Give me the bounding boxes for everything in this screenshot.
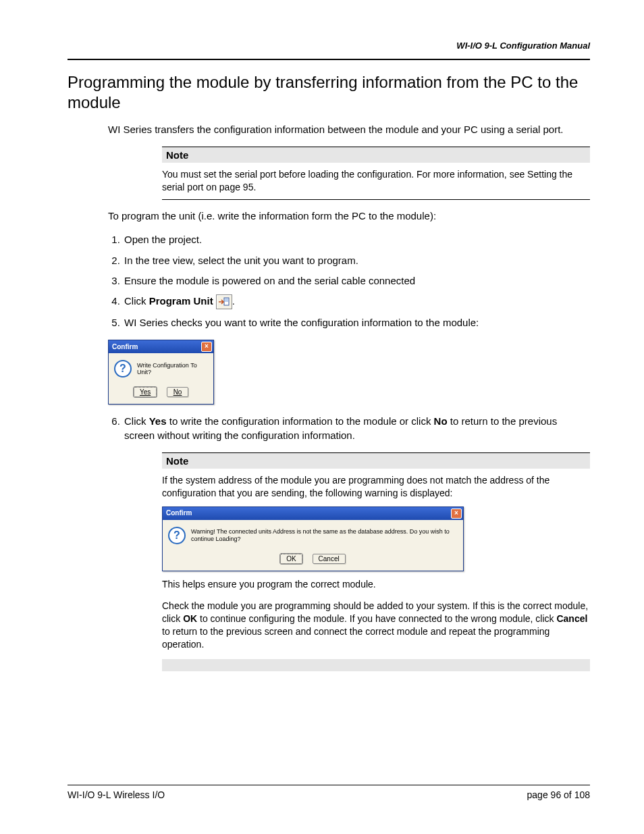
confirm-dialog-2: Confirm × ? Warning! The connected units… <box>162 506 464 571</box>
ok-button[interactable]: OK <box>280 554 302 564</box>
step-3: Ensure the module is powered on and the … <box>123 274 590 288</box>
step-6-a: Click <box>124 415 149 427</box>
step-2: In the tree view, select the unit you wa… <box>123 254 590 267</box>
note-label: Note <box>162 147 590 163</box>
document-page: WI-I/O 9-L Configuration Manual Programm… <box>0 0 644 834</box>
step-4-prefix: Click <box>124 295 149 307</box>
note2-p3-c: to return to the previous screen and con… <box>162 626 549 650</box>
step-1: Open the project. <box>123 233 590 246</box>
dialog-message: Write Configuration To Unit? <box>137 362 208 377</box>
note-footer-bar <box>162 659 590 671</box>
step-4: Click Program Unit . <box>123 294 590 309</box>
step-6-yes: Yes <box>149 415 167 427</box>
header-manual-title: WI-I/O 9-L Configuration Manual <box>68 41 590 51</box>
dialog-buttons: OK Cancel <box>163 551 463 571</box>
note-block-1: Note You must set the serial port before… <box>162 147 590 200</box>
step-6-b: to write the configuration information t… <box>167 415 434 427</box>
step-4-suffix: . <box>232 295 235 307</box>
dialog-body: ? Write Configuration To Unit? <box>109 353 213 384</box>
step-4-bold: Program Unit <box>149 295 213 307</box>
dialog-titlebar: Confirm × <box>109 340 213 353</box>
steps-list-cont: Click Yes to write the configuration inf… <box>108 415 590 442</box>
question-icon: ? <box>114 360 132 377</box>
note-body: If the system address of the module you … <box>162 469 590 656</box>
dialog-title: Confirm <box>112 343 138 350</box>
no-button[interactable]: No <box>167 387 188 397</box>
step-6-no: No <box>434 415 448 427</box>
note-body: You must set the serial port before load… <box>162 163 590 200</box>
page-footer: WI-I/O 9-L Wireless I/O page 96 of 108 <box>68 785 590 800</box>
steps-list: Open the project. In the tree view, sele… <box>108 233 590 330</box>
header-rule <box>68 59 590 60</box>
note2-p2: This helps ensure you program the correc… <box>162 578 590 591</box>
footer-right: page 96 of 108 <box>527 789 590 800</box>
section-heading: Programming the module by transferring i… <box>68 72 590 113</box>
footer-rule <box>68 785 590 785</box>
footer-left: WI-I/O 9-L Wireless I/O <box>68 789 165 800</box>
close-icon[interactable]: × <box>201 342 212 352</box>
note-block-2: Note If the system address of the module… <box>162 452 590 671</box>
svg-rect-1 <box>225 298 228 302</box>
note2-p3-cancel: Cancel <box>556 613 587 624</box>
program-unit-icon <box>216 294 232 309</box>
dialog-buttons: Yes No <box>109 384 213 404</box>
lead-in-paragraph: To program the unit (i.e. write the info… <box>108 209 590 223</box>
note2-p3-b: to continue configuring the module. If y… <box>197 613 556 624</box>
note2-p3-ok: OK <box>183 613 197 624</box>
note2-p1: If the system address of the module you … <box>162 474 590 500</box>
cancel-button[interactable]: Cancel <box>313 554 346 564</box>
question-icon: ? <box>168 527 186 544</box>
dialog-titlebar: Confirm × <box>163 507 463 520</box>
dialog-message: Warning! The connected units Address is … <box>191 528 458 543</box>
note2-p3: Check the module you are programming sho… <box>162 600 590 651</box>
yes-button[interactable]: Yes <box>134 387 157 397</box>
confirm-dialog-1: Confirm × ? Write Configuration To Unit?… <box>108 340 214 405</box>
close-icon[interactable]: × <box>451 509 462 519</box>
step-5: WI Series checks you want to write the c… <box>123 316 590 330</box>
step-6: Click Yes to write the configuration inf… <box>123 415 590 442</box>
dialog-body: ? Warning! The connected units Address i… <box>163 520 463 551</box>
note-label: Note <box>162 452 590 469</box>
intro-paragraph: WI Series transfers the configuration in… <box>108 123 590 136</box>
dialog-title: Confirm <box>166 509 192 518</box>
